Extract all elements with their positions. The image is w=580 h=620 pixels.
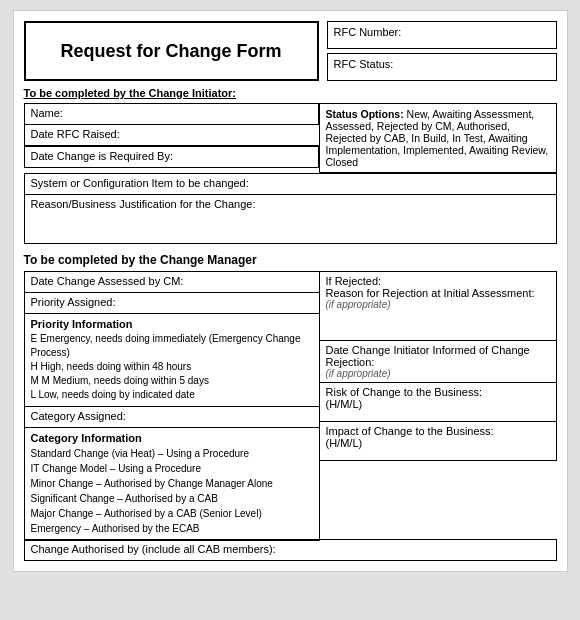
priority-assigned-field[interactable]: Priority Assigned: — [24, 292, 320, 314]
category-standard-line: Standard Change (via Heat) – Using a Pro… — [31, 446, 313, 461]
rejection-reason-field[interactable]: If Rejected: Reason for Rejection at Ini… — [319, 271, 557, 341]
manager-header: To be completed by the Change Manager — [24, 253, 557, 267]
priority-info-header: Priority Information — [31, 318, 313, 330]
date-informed-label: Date Change Initiator Informed of Change… — [326, 344, 550, 368]
category-emergency-text: Emergency – Authorised by the ECAB — [31, 523, 200, 534]
rejection-reason-label: Reason for Rejection at Initial Assessme… — [326, 287, 550, 299]
category-it-line: IT Change Model – Using a Procedure — [31, 461, 313, 476]
rfc-status-label: RFC Status: — [334, 58, 394, 70]
bottom-two-col: Date Change Assessed by CM: Priority Ass… — [24, 271, 557, 540]
category-info-header: Category Information — [31, 432, 313, 444]
name-status-row: Name: Date RFC Raised: Date Change is Re… — [24, 103, 557, 173]
category-significant-text: Significant Change – Authorised by a CAB — [31, 493, 218, 504]
system-label: System or Configuration Item to be chang… — [31, 177, 249, 189]
risk-scale: (H/M/L) — [326, 398, 550, 410]
category-major-line: Major Change – Authorised by a CAB (Seni… — [31, 506, 313, 521]
date-required-label: Date Change is Required By: — [31, 150, 173, 162]
date-rfc-field[interactable]: Date RFC Raised: — [24, 124, 320, 146]
date-assessed-label: Date Change Assessed by CM: — [31, 275, 184, 287]
system-field[interactable]: System or Configuration Item to be chang… — [24, 173, 557, 195]
name-label: Name: — [31, 107, 63, 119]
if-appropriate-label: (if appropriate) — [326, 299, 550, 310]
page: Request for Change Form RFC Number: RFC … — [13, 10, 568, 572]
impact-field[interactable]: Impact of Change to the Business: (H/M/L… — [319, 421, 557, 461]
impact-scale: (H/M/L) — [326, 437, 550, 449]
category-emergency-line: Emergency – Authorised by the ECAB — [31, 521, 313, 536]
status-options-col: Status Options: New, Awaiting Assessment… — [319, 103, 557, 173]
left-initiator: Name: Date RFC Raised: Date Change is Re… — [24, 103, 319, 173]
bottom-right-col: If Rejected: Reason for Rejection at Ini… — [319, 271, 557, 540]
form-title: Request for Change Form — [60, 41, 281, 62]
category-info-box: Category Information Standard Change (vi… — [24, 427, 320, 541]
priority-l-text: L Low, needs doing by indicated date — [31, 389, 195, 400]
authorised-label: Change Authorised by (include all CAB me… — [31, 543, 276, 555]
priority-l-line: L Low, needs doing by indicated date — [31, 388, 313, 402]
risk-field[interactable]: Risk of Change to the Business: (H/M/L) — [319, 382, 557, 422]
date-informed-field[interactable]: Date Change Initiator Informed of Change… — [319, 340, 557, 383]
impact-label: Impact of Change to the Business: — [326, 425, 550, 437]
rfc-status-box[interactable]: RFC Status: — [327, 53, 557, 81]
rfc-number-label: RFC Number: — [334, 26, 402, 38]
category-minor-text: Minor Change – Authorised by Change Mana… — [31, 478, 273, 489]
form-title-box: Request for Change Form — [24, 21, 319, 81]
priority-info-box: Priority Information E Emergency, needs … — [24, 313, 320, 407]
date-rfc-row: Date RFC Raised: — [24, 124, 319, 146]
reason-label: Reason/Business Justification for the Ch… — [31, 198, 256, 210]
rfc-boxes: RFC Number: RFC Status: — [327, 21, 557, 81]
if-rejected-label: If Rejected: — [326, 275, 550, 287]
category-assigned-field[interactable]: Category Assigned: — [24, 406, 320, 428]
status-options-box: Status Options: New, Awaiting Assessment… — [319, 103, 557, 173]
date-assessed-field[interactable]: Date Change Assessed by CM: — [24, 271, 320, 293]
date-required-field[interactable]: Date Change is Required By: — [24, 146, 319, 168]
date-rfc-label: Date RFC Raised: — [31, 128, 120, 140]
category-assigned-label: Category Assigned: — [31, 410, 126, 422]
category-minor-line: Minor Change – Authorised by Change Mana… — [31, 476, 313, 491]
priority-assigned-label: Priority Assigned: — [31, 296, 116, 308]
initiator-header: To be completed by the Change Initiator: — [24, 87, 557, 99]
status-options-label: Status Options: — [326, 108, 404, 120]
name-field[interactable]: Name: — [24, 103, 319, 125]
risk-label: Risk of Change to the Business: — [326, 386, 550, 398]
top-section: Request for Change Form RFC Number: RFC … — [24, 21, 557, 81]
category-significant-line: Significant Change – Authorised by a CAB — [31, 491, 313, 506]
priority-h-line: H High, needs doing within 48 hours — [31, 360, 313, 374]
rfc-number-box[interactable]: RFC Number: — [327, 21, 557, 49]
reason-field[interactable]: Reason/Business Justification for the Ch… — [24, 194, 557, 244]
priority-e-text: E Emergency, needs doing immediately (Em… — [31, 333, 301, 358]
if-appropriate-2: (if appropriate) — [326, 368, 550, 379]
bottom-left-col: Date Change Assessed by CM: Priority Ass… — [24, 271, 319, 540]
category-it-text: IT Change Model – Using a Procedure — [31, 463, 201, 474]
category-standard-text: Standard Change (via Heat) – Using a Pro… — [31, 448, 249, 459]
category-major-text: Major Change – Authorised by a CAB (Seni… — [31, 508, 262, 519]
priority-mm-line: M M Medium, needs doing within 5 days — [31, 374, 313, 388]
authorised-field[interactable]: Change Authorised by (include all CAB me… — [24, 539, 557, 561]
priority-mm-text: M M Medium, needs doing within 5 days — [31, 375, 209, 386]
priority-h-text: H High, needs doing within 48 hours — [31, 361, 192, 372]
priority-e-line: E Emergency, needs doing immediately (Em… — [31, 332, 313, 360]
